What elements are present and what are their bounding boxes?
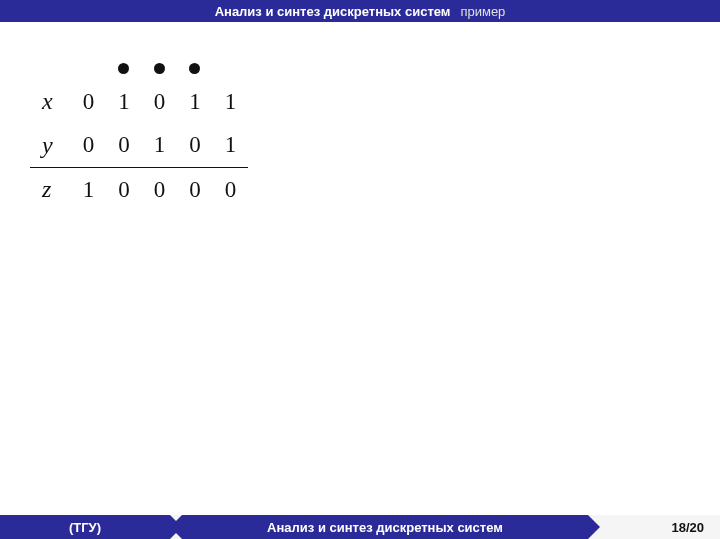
footer-title: Анализ и синтез дискретных систем — [182, 515, 588, 539]
slide-content: x 0 1 0 1 1 y 0 0 1 0 1 z 1 0 0 0 0 — [30, 55, 248, 212]
truth-table: x 0 1 0 1 1 y 0 0 1 0 1 z 1 0 0 0 0 — [30, 55, 248, 212]
header-bar: Анализ и синтез дискретных систем пример — [0, 0, 720, 22]
cell: 1 — [177, 80, 213, 124]
cell: 1 — [106, 80, 142, 124]
cell: 0 — [142, 168, 178, 212]
cell: 1 — [213, 80, 249, 124]
header-title: Анализ и синтез дискретных систем — [215, 4, 451, 19]
cell: 0 — [142, 80, 178, 124]
var-label: y — [30, 124, 71, 168]
cell: 0 — [177, 124, 213, 168]
cell: 0 — [177, 168, 213, 212]
table-row: x 0 1 0 1 1 — [30, 80, 248, 124]
cell: 0 — [213, 168, 249, 212]
footer-page: 18/20 — [600, 515, 720, 539]
footer-bar: (ТГУ) Анализ и синтез дискретных систем … — [0, 515, 720, 539]
dot-row — [30, 55, 248, 80]
cell: 1 — [142, 124, 178, 168]
page-current: 18 — [671, 520, 685, 535]
header-subtitle: пример — [460, 4, 505, 19]
table-row: y 0 0 1 0 1 — [30, 124, 248, 168]
var-label: z — [30, 168, 71, 212]
table-row: z 1 0 0 0 0 — [30, 168, 248, 212]
page-total: 20 — [690, 520, 704, 535]
cell: 1 — [213, 124, 249, 168]
cell: 0 — [106, 168, 142, 212]
dot-marker — [106, 55, 142, 80]
footer-institute: (ТГУ) — [0, 515, 170, 539]
cell: 0 — [71, 80, 107, 124]
cell: 0 — [71, 124, 107, 168]
var-label: x — [30, 80, 71, 124]
cell: 1 — [71, 168, 107, 212]
cell: 0 — [106, 124, 142, 168]
dot-marker — [142, 55, 178, 80]
dot-marker — [177, 55, 213, 80]
